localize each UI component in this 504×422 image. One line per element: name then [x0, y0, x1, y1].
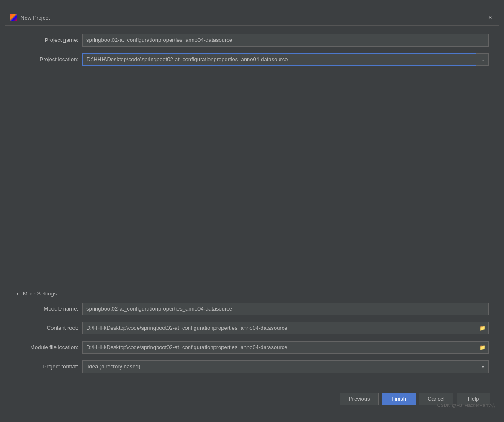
project-format-label: Project format:	[15, 363, 82, 370]
title-bar: New Project ✕	[5, 10, 499, 26]
project-location-browse-button[interactable]: ...	[476, 53, 489, 66]
title-bar-left: New Project	[10, 14, 50, 21]
dialog-footer: Previous Finish Cancel Help	[5, 388, 499, 412]
more-settings-section: ▼ More Settings Module name: Content roo…	[15, 290, 489, 384]
folder-icon: 📁	[479, 325, 486, 331]
more-settings-form: Module name: Content root: 📁	[15, 303, 489, 373]
new-project-dialog: New Project ✕ Project name: Project loca…	[5, 10, 499, 412]
dialog-content: Project name: Project location: ... ▼	[5, 26, 499, 388]
content-root-label: Content root:	[15, 325, 82, 331]
module-file-location-row: Module file location: 📁	[15, 341, 489, 354]
spacer	[15, 72, 489, 290]
project-name-label: Project name:	[15, 37, 82, 43]
project-location-input-group: ...	[82, 53, 489, 66]
ellipsis-icon: ...	[480, 57, 484, 62]
project-location-label: Project location:	[15, 56, 82, 62]
content-root-input[interactable]	[82, 322, 476, 334]
project-location-row: Project location: ...	[15, 53, 489, 66]
intellij-icon	[10, 14, 17, 21]
module-name-row: Module name:	[15, 303, 489, 315]
watermark: CSDN @FBI HackerHarry洁	[437, 402, 495, 409]
module-file-location-input[interactable]	[82, 341, 476, 354]
module-name-input[interactable]	[82, 303, 489, 315]
content-root-browse-button[interactable]: 📁	[476, 322, 489, 334]
project-format-select[interactable]: .idea (directory based) .ipr (file based…	[82, 360, 489, 373]
collapse-triangle-icon: ▼	[15, 291, 20, 295]
more-settings-header[interactable]: ▼ More Settings	[15, 290, 489, 297]
module-file-location-input-group: 📁	[82, 341, 489, 354]
project-name-input[interactable]	[82, 34, 489, 47]
dialog-title: New Project	[21, 15, 50, 21]
module-file-location-browse-button[interactable]: 📁	[476, 341, 489, 354]
previous-button[interactable]: Previous	[340, 393, 379, 405]
module-name-label: Module name:	[15, 305, 82, 312]
project-format-select-wrapper: .idea (directory based) .ipr (file based…	[82, 360, 489, 373]
more-settings-label: More Settings	[23, 290, 57, 297]
module-file-location-label: Module file location:	[15, 344, 82, 350]
content-root-input-group: 📁	[82, 322, 489, 334]
project-format-row: Project format: .idea (directory based) …	[15, 360, 489, 373]
close-button[interactable]: ✕	[486, 13, 494, 22]
content-root-row: Content root: 📁	[15, 322, 489, 334]
project-location-input[interactable]	[82, 53, 476, 66]
finish-button[interactable]: Finish	[382, 393, 416, 405]
folder-icon: 📁	[479, 344, 486, 350]
project-name-row: Project name:	[15, 34, 489, 47]
